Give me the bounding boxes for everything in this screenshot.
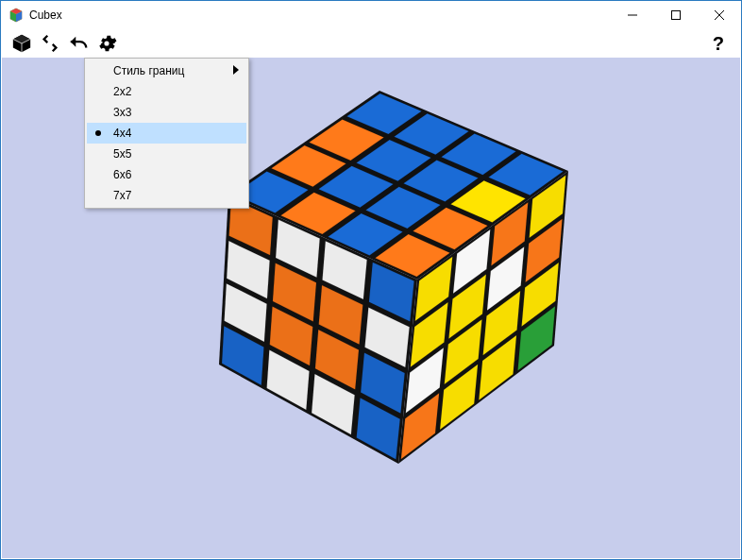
svg-rect-5: [672, 11, 681, 20]
menu-item-label: 2x2: [113, 85, 131, 98]
rubiks-cube[interactable]: [205, 62, 582, 478]
app-icon: [8, 8, 24, 23]
submenu-arrow-icon: [233, 64, 239, 77]
titlebar: Cubex: [1, 1, 741, 29]
menu-item-5x5[interactable]: 5x5: [87, 144, 246, 164]
settings-menu: Стиль границ2x23x34x45x56x67x7: [84, 58, 249, 209]
toolbar: ?: [1, 29, 741, 58]
menu-item-4x4[interactable]: 4x4: [87, 123, 246, 144]
settings-button[interactable]: [93, 30, 120, 57]
window-title: Cubex: [29, 8, 62, 22]
menu-item-label: 5x5: [113, 147, 131, 161]
close-button[interactable]: [698, 1, 741, 29]
menu-item-Стиль-границ[interactable]: Стиль границ: [87, 60, 246, 81]
menu-item-label: Стиль границ: [113, 64, 184, 77]
menu-item-7x7[interactable]: 7x7: [87, 185, 246, 206]
menu-item-3x3[interactable]: 3x3: [87, 102, 246, 123]
minimize-button[interactable]: [611, 1, 654, 29]
svg-text:?: ?: [713, 33, 724, 54]
scramble-button[interactable]: [37, 30, 63, 57]
maximize-button[interactable]: [654, 1, 698, 29]
menu-item-label: 7x7: [113, 189, 131, 202]
svg-point-13: [104, 41, 109, 45]
radio-bullet-icon: [95, 130, 101, 136]
menu-item-label: 6x6: [113, 168, 131, 181]
undo-button[interactable]: [65, 30, 92, 57]
menu-item-label: 3x3: [113, 106, 131, 119]
menu-item-6x6[interactable]: 6x6: [87, 164, 246, 185]
svg-marker-66: [233, 65, 239, 75]
new-cube-button[interactable]: [8, 30, 35, 57]
menu-item-2x2[interactable]: 2x2: [87, 81, 246, 102]
help-button[interactable]: ?: [705, 30, 732, 57]
menu-item-label: 4x4: [113, 127, 131, 140]
